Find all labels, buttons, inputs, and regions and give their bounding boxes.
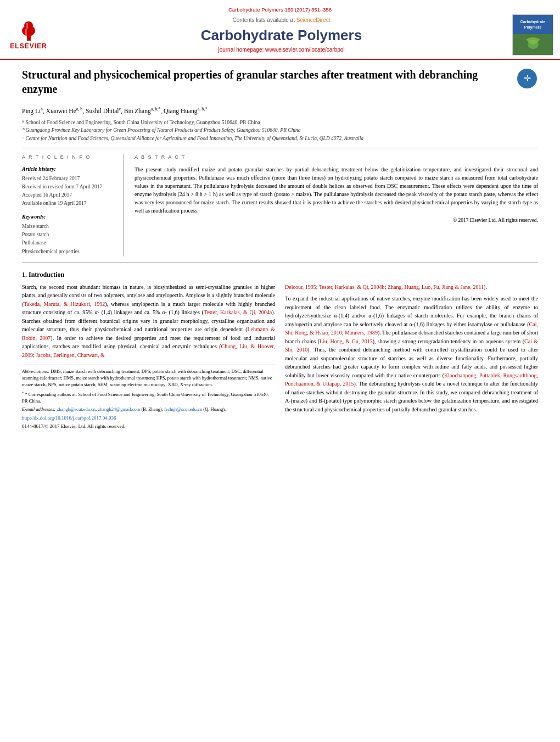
article-info-column: A R T I C L E I N F O Article history: R… <box>22 154 124 256</box>
intro-body-columns: Starch, the second most abundant biomass… <box>22 283 538 430</box>
affiliation-a: ᵃ School of Food Science and Engineering… <box>22 119 538 126</box>
abstract-column: A B S T R A C T The present study modifi… <box>135 154 538 256</box>
homepage-url[interactable]: www.elsevier.com/locate/carbpol <box>265 47 345 53</box>
elsevier-logo: ELSEVIER <box>7 19 51 51</box>
received-date: Received 24 February 2017 <box>22 175 115 182</box>
title-section: Structural and physicochemical propertie… <box>22 68 538 101</box>
available-date: Available online 19 April 2017 <box>22 200 115 207</box>
email2-link[interactable]: zhangh24@gmail.com <box>98 406 140 412</box>
ref-jacobs[interactable]: Jacobs, Eerlingen, Charwart, & <box>36 352 105 358</box>
keyword-4: Physicochemical properties <box>22 248 115 255</box>
authors-line: Ping Lia, Xiaowei Hea, b, Sushil Dhitalc… <box>22 106 538 115</box>
crossmark-icon: ✛ <box>517 69 537 88</box>
branched-text: branched <box>233 292 254 298</box>
keyword-3: Pullulanase <box>22 239 115 247</box>
article-container: Structural and physicochemical propertie… <box>0 60 560 437</box>
doi-line[interactable]: http://dx.doi.org/10.1016/j.carbpol.2017… <box>22 415 275 422</box>
logo-bottom <box>513 34 553 55</box>
ref-liu[interactable]: Liu, Hong, & Gu, 2013 <box>320 338 373 344</box>
accepted-date: Accepted 16 April 2017 <box>22 192 115 199</box>
article-info-abstract: A R T I C L E I N F O Article history: R… <box>22 154 538 256</box>
footnote-email: E-mail addresses: zhangh@scut.edu.cn, zh… <box>22 406 275 413</box>
contents-line: Contents lists available at ScienceDirec… <box>61 16 501 24</box>
abstract-label: A B S T R A C T <box>135 154 538 161</box>
journal-title-header: Carbohydrate Polymers <box>61 25 501 45</box>
elsevier-text: ELSEVIER <box>10 42 47 51</box>
ref-zhang[interactable]: Zhang, Huang, Luo, Fu, Jiang & Jane, 201… <box>388 284 484 290</box>
ref-delcour[interactable]: Delcour, 1995 <box>285 284 316 290</box>
email3-link[interactable]: fechqh@scut.edu.cn <box>164 406 202 412</box>
journal-header: Carbohydrate Polymers 169 (2017) 351–356… <box>0 0 560 60</box>
section-divider <box>22 148 538 148</box>
keyword-2: Potato starch <box>22 231 115 238</box>
ref-cai-2010[interactable]: Cai, Shi, Rong, & Hsiao, 2010 <box>285 321 538 336</box>
introduction-section: 1. Introduction Starch, the second most … <box>22 270 538 430</box>
issn-line: 0144-8617/© 2017 Elsevier Ltd. All right… <box>22 423 275 430</box>
footnote-abbreviations: Abbreviations: DMS, maize starch with de… <box>22 369 275 388</box>
footnote-corresponding: * * Corresponding authors at: School of … <box>22 390 275 405</box>
intro-right-text: Delcour, 1995; Tester, Karkalas, & Qi, 2… <box>285 283 538 414</box>
article-info-label: A R T I C L E I N F O <box>22 154 115 161</box>
affiliations: ᵃ School of Food Science and Engineering… <box>22 119 538 142</box>
svg-point-3 <box>24 21 33 29</box>
sciencedirect-link[interactable]: ScienceDirect <box>296 17 331 23</box>
ref-klaochanpong[interactable]: Klaochanpong, Puttanlek, Rungsardthong, … <box>285 372 538 387</box>
revised-date: Received in revised form 7 April 2017 <box>22 183 115 191</box>
intro-left-text: Starch, the second most abundant biomass… <box>22 283 275 360</box>
affiliation-b: ᵇ Guangdong Province Key Laboratory for … <box>22 126 538 134</box>
svg-rect-2 <box>25 29 27 36</box>
ref-tester-2004b[interactable]: Tester, Karkalas, & Qi, 2004b <box>319 284 385 290</box>
abstract-copyright: © 2017 Elsevier Ltd. All rights reserved… <box>135 217 538 224</box>
keyword-1: Maize starch <box>22 223 115 230</box>
ref-lehmann[interactable]: Lehmann & Robin, 2007 <box>22 326 275 341</box>
affiliation-c: ᶜ Centre for Nutrition and Food Sciences… <box>22 135 538 142</box>
article-title: Structural and physicochemical propertie… <box>22 68 516 96</box>
keywords-title: Keywords: <box>22 213 115 221</box>
journal-logo: CarbohydratePolymers <box>512 14 553 55</box>
footnote-section: Abbreviations: DMS, maize starch with de… <box>22 365 275 429</box>
abstract-text: The present study modified maize and pot… <box>135 165 538 215</box>
ref-takeda[interactable]: Takeda, Maruta, & Hizukuri, 1992 <box>24 301 105 307</box>
header-center: Contents lists available at ScienceDirec… <box>51 16 512 54</box>
elsevier-tree-icon <box>14 19 44 42</box>
article-history-title: Article history: <box>22 165 115 173</box>
crossmark[interactable]: ✛ <box>516 68 538 90</box>
intro-left-col: Starch, the second most abundant biomass… <box>22 283 275 430</box>
email1-link[interactable]: zhangh@scut.edu.cn <box>57 406 96 412</box>
introduction-title: 1. Introduction <box>22 270 538 280</box>
journal-ref: Carbohydrate Polymers 169 (2017) 351–356 <box>0 4 560 14</box>
body-divider <box>22 262 538 263</box>
logo-top: CarbohydratePolymers <box>513 15 553 34</box>
journal-homepage: journal homepage: www.elsevier.com/locat… <box>61 46 501 54</box>
intro-right-col: Delcour, 1995; Tester, Karkalas, & Qi, 2… <box>285 283 538 430</box>
ref-tester-2004a[interactable]: Tester, Karkalas, & Qi, 2004a <box>204 309 272 315</box>
svg-rect-4 <box>26 23 28 29</box>
ref-manners[interactable]: Manners, 1989 <box>345 330 378 336</box>
